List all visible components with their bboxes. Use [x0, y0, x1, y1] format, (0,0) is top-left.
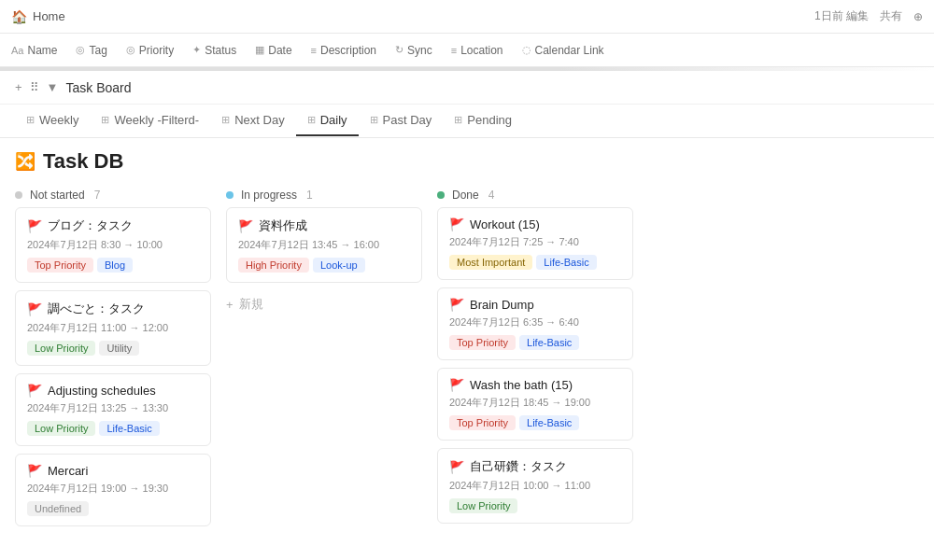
column-count-done: 4 [488, 189, 495, 202]
card-date: 2024年7月12日 6:35 → 6:40 [449, 315, 621, 329]
column-label-done: Done [452, 189, 479, 202]
card[interactable]: 🚩自己研鑽：タスク2024年7月12日 10:00 → 11:00Low Pri… [437, 448, 633, 524]
column-label-not-started: Not started [30, 189, 85, 202]
tag-icon: ◎ [76, 44, 85, 56]
name-icon: Aa [11, 45, 23, 56]
add-icon[interactable]: + [15, 80, 22, 94]
field-priority-label: Priority [139, 44, 174, 57]
card-tag: Top Priority [449, 415, 516, 430]
card-title-row: 🚩ブログ：タスク [27, 217, 199, 234]
card-date: 2024年7月12日 11:00 → 12:00 [27, 321, 199, 335]
sync-icon: ↻ [395, 44, 403, 56]
add-new-button[interactable]: +新規 [226, 290, 422, 318]
card[interactable]: 🚩資料作成2024年7月12日 13:45 → 16:00High Priori… [226, 207, 422, 283]
card-tags: Low Priority [449, 498, 621, 513]
date-icon: ▦ [255, 44, 264, 56]
tab-daily[interactable]: ⊞ Daily [296, 105, 359, 136]
tab-past-day[interactable]: ⊞ Past Day [359, 105, 444, 136]
column-header-not-started: Not started7 [15, 181, 211, 207]
card[interactable]: 🚩Adjusting schedules2024年7月12日 13:25 → 1… [15, 373, 211, 446]
card-flag-icon: 🚩 [449, 298, 464, 312]
field-tag-label: Tag [89, 44, 106, 57]
tab-next-day-icon: ⊞ [221, 114, 230, 126]
field-tag[interactable]: ◎ Tag [76, 44, 106, 57]
card-date: 2024年7月12日 13:45 → 16:00 [238, 238, 410, 252]
column-done: Done4🚩Workout (15)2024年7月12日 7:25 → 7:40… [437, 181, 633, 560]
card-tags: High PriorityLook-up [238, 258, 410, 273]
card-tag: Low Priority [27, 421, 95, 436]
priority-icon: ◎ [126, 44, 135, 56]
field-calendar-link[interactable]: ◌ Calendar Link [522, 44, 604, 57]
field-calendar-link-label: Calendar Link [535, 44, 604, 57]
collapse-icon[interactable]: ▼ [47, 80, 59, 94]
tab-weekly-filtered[interactable]: ⊞ Weekly -Filterd- [90, 105, 210, 136]
column-count-not-started: 7 [94, 189, 101, 202]
card-title: Adjusting schedules [48, 384, 156, 398]
tab-pending[interactable]: ⊞ Pending [443, 105, 523, 136]
card-tag: Most Important [449, 255, 532, 270]
card[interactable]: 🚩ブログ：タスク2024年7月12日 8:30 → 10:00Top Prior… [15, 207, 211, 283]
field-description[interactable]: ≡ Description [311, 44, 376, 57]
drag-icon: ⠿ [30, 80, 39, 94]
status-dot-not-started [15, 191, 22, 199]
status-dot-done [437, 191, 445, 199]
field-status[interactable]: ✦ Status [192, 44, 236, 57]
field-date[interactable]: ▦ Date [255, 44, 291, 57]
board-area: Not started7🚩ブログ：タスク2024年7月12日 8:30 → 10… [0, 181, 934, 560]
tab-weekly-filtered-label: Weekly -Filterd- [114, 113, 199, 127]
column-count-in-progress: 1 [306, 189, 313, 202]
card[interactable]: 🚩Wash the bath (15)2024年7月12日 18:45 → 19… [437, 368, 633, 441]
card-tag: Blog [97, 258, 133, 273]
home-nav[interactable]: 🏠 Home [11, 9, 65, 24]
field-sync[interactable]: ↻ Sync [395, 44, 432, 57]
more-icon[interactable]: ⊕ [913, 10, 923, 23]
tabs-row: ⊞ Weekly ⊞ Weekly -Filterd- ⊞ Next Day ⊞… [0, 105, 934, 138]
field-date-label: Date [268, 44, 291, 57]
card[interactable]: 🚩Mercari2024年7月12日 19:00 → 19:30Undefine… [15, 454, 211, 526]
home-icon: 🏠 [11, 9, 27, 24]
card-title: Brain Dump [470, 298, 534, 312]
tab-weekly-icon: ⊞ [26, 114, 35, 126]
field-location-label: Location [460, 44, 502, 57]
card-date: 2024年7月12日 8:30 → 10:00 [27, 238, 199, 252]
card-title-row: 🚩Brain Dump [449, 298, 621, 312]
field-status-label: Status [205, 44, 236, 57]
card-date: 2024年7月12日 7:25 → 7:40 [449, 235, 621, 249]
field-location[interactable]: ≡ Location [451, 44, 503, 57]
card[interactable]: 🚩Workout (15)2024年7月12日 7:25 → 7:40Most … [437, 207, 633, 280]
card-title: Mercari [48, 464, 88, 478]
tab-past-day-label: Past Day [383, 113, 432, 127]
card-title: Workout (15) [470, 217, 540, 231]
fields-row: Aa Name ◎ Tag ◎ Priority ✦ Status ▦ Date… [0, 34, 934, 67]
field-sync-label: Sync [407, 44, 432, 57]
tab-next-day[interactable]: ⊞ Next Day [210, 105, 295, 136]
tab-weekly[interactable]: ⊞ Weekly [15, 105, 90, 136]
card-date: 2024年7月12日 10:00 → 11:00 [449, 479, 621, 493]
card-tags: Top PriorityBlog [27, 258, 199, 273]
tab-daily-icon: ⊞ [307, 114, 316, 126]
column-in-progress: In progress1🚩資料作成2024年7月12日 13:45 → 16:0… [226, 181, 422, 560]
tab-daily-label: Daily [320, 113, 347, 127]
share-button[interactable]: 共有 [880, 8, 902, 24]
tab-weekly-label: Weekly [39, 113, 78, 127]
card-tag: Look-up [313, 258, 365, 273]
field-priority[interactable]: ◎ Priority [126, 44, 174, 57]
card-tag: Life-Basic [519, 415, 579, 430]
card-title: 調べごと：タスク [48, 301, 145, 317]
home-label: Home [33, 9, 65, 23]
card[interactable]: 🚩調べごと：タスク2024年7月12日 11:00 → 12:00Low Pri… [15, 290, 211, 366]
board-header: + ⠿ ▼ Task Board [0, 71, 934, 105]
column-header-done: Done4 [437, 181, 633, 207]
page-title-icon: 🔀 [15, 151, 35, 172]
card[interactable]: 🚩Brain Dump2024年7月12日 6:35 → 6:40Top Pri… [437, 287, 633, 360]
field-name[interactable]: Aa Name [11, 44, 57, 57]
card-title: Wash the bath (15) [470, 378, 573, 392]
field-name-label: Name [27, 44, 57, 57]
card-date: 2024年7月12日 18:45 → 19:00 [449, 396, 621, 410]
tab-pending-label: Pending [467, 113, 512, 127]
card-title-row: 🚩自己研鑽：タスク [449, 458, 621, 475]
card-tags: Most ImportantLife-Basic [449, 255, 621, 270]
card-flag-icon: 🚩 [27, 464, 42, 478]
tab-weekly-filtered-icon: ⊞ [101, 114, 109, 126]
card-title-row: 🚩Wash the bath (15) [449, 378, 621, 392]
